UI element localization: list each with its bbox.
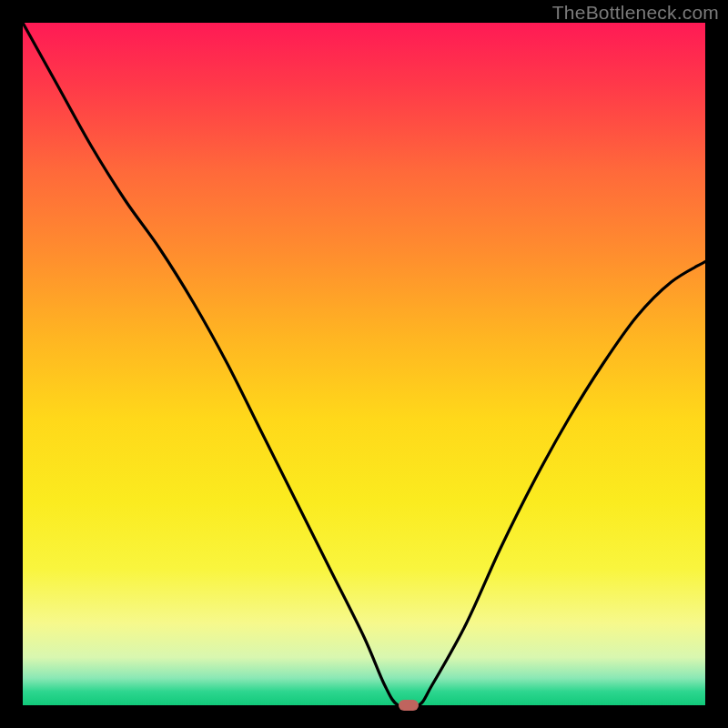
chart-frame: TheBottleneck.com bbox=[0, 0, 728, 728]
minimum-marker bbox=[399, 700, 419, 711]
watermark-label: TheBottleneck.com bbox=[552, 2, 719, 24]
chart-plot-area bbox=[23, 23, 705, 705]
bottleneck-curve bbox=[23, 23, 705, 705]
